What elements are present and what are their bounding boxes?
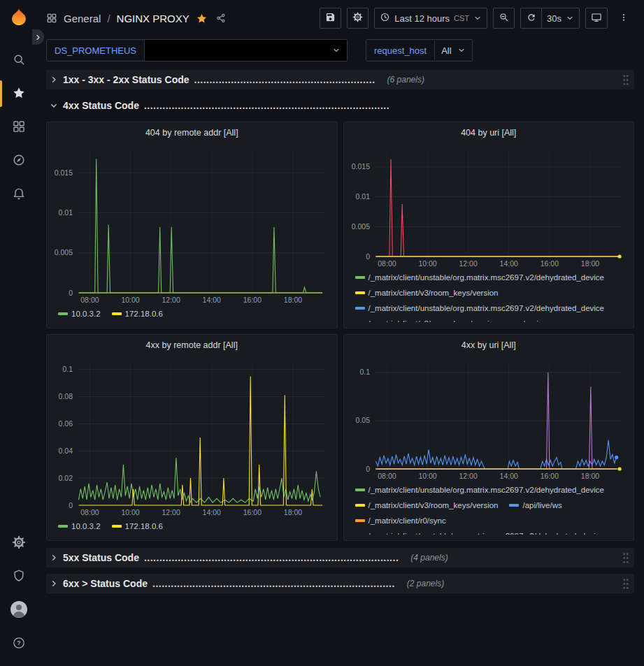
favorite-star-icon[interactable] <box>196 13 208 24</box>
chevron-down-icon <box>457 46 466 55</box>
chart-4xx-by-remote-addr[interactable]: 00.020.040.060.080.108:0010:0012:0014:00… <box>52 356 331 518</box>
row-drag-handle[interactable] <box>622 552 631 564</box>
magnifier-minus-icon <box>499 12 509 24</box>
svg-text:10:00: 10:00 <box>418 472 436 480</box>
panel-title[interactable]: 4xx by remote addr [All] <box>52 335 331 356</box>
apps-grid-icon <box>12 120 26 136</box>
chevron-right-icon <box>50 75 58 84</box>
request-host-value-select[interactable]: All <box>435 39 472 61</box>
legend-item[interactable]: /_matrix/client/unstable/org.matrix.msc2… <box>355 483 605 497</box>
legend-item[interactable]: 172.18.0.6 <box>112 307 163 321</box>
chart-legend: 10.0.3.2172.18.0.6 <box>52 305 331 322</box>
legend-item[interactable]: 172.18.0.6 <box>112 519 163 533</box>
legend-item[interactable]: 10.0.3.2 <box>58 519 101 533</box>
sidebar-item-explore[interactable] <box>0 144 38 178</box>
variables-bar: DS_PROMETHEUS request_host All <box>38 36 644 68</box>
timeseries-chart[interactable]: 00.050.108:0010:0012:0014:0016:0018:00 <box>350 356 629 482</box>
variable-ds-prometheus: DS_PROMETHEUS <box>46 39 348 61</box>
time-range-label: Last 12 hours <box>394 13 450 24</box>
timeseries-chart[interactable]: 00.0050.010.01508:0010:0012:0014:0016:00… <box>350 143 629 269</box>
row-title: 1xx - 3xx - 2xx Status Code <box>63 74 189 85</box>
row-panel-count: (2 panels) <box>407 579 444 588</box>
svg-text:16:00: 16:00 <box>243 296 262 304</box>
share-icon[interactable] <box>215 13 227 24</box>
legend-item[interactable]: /_matrix/client/v3/room_keys/version <box>355 317 499 322</box>
sidebar-item-search[interactable] <box>0 43 38 77</box>
svg-text:0: 0 <box>366 252 370 261</box>
more-options-button[interactable] <box>613 8 634 29</box>
save-dashboard-button[interactable] <box>320 8 341 29</box>
row-panel-count: (4 panels) <box>410 553 448 563</box>
legend-item[interactable]: /api/live/ws <box>509 498 561 512</box>
timeseries-chart[interactable]: 00.0050.010.01508:0010:0012:0014:0016:00… <box>52 143 331 305</box>
grafana-app: ? General / NGINX PROXY <box>0 0 644 666</box>
zoom-out-time-button[interactable] <box>493 8 515 29</box>
main: General / NGINX PROXY Last 12 hours CST <box>38 0 644 666</box>
legend-item[interactable]: /_matrix/client/v3/room_keys/version <box>355 286 499 300</box>
legend-item[interactable]: /sw.js <box>509 317 542 322</box>
chevron-right-icon <box>35 32 41 43</box>
dashboard-header: General / NGINX PROXY Last 12 hours CST <box>38 0 644 36</box>
svg-text:14:00: 14:00 <box>499 259 517 268</box>
chart-404-by-remote-addr[interactable]: 00.0050.010.01508:0010:0012:0014:0016:00… <box>52 143 331 305</box>
sidebar-item-help[interactable]: ? <box>0 627 38 660</box>
svg-text:14:00: 14:00 <box>203 508 221 516</box>
refresh-button[interactable] <box>520 8 541 29</box>
clock-icon <box>380 12 390 24</box>
row-1xx-3xx-2xx[interactable]: 1xx - 3xx - 2xx Status Code ............… <box>46 70 634 89</box>
panel-grid: 404 by remote addr [All] 00.0050.010.015… <box>46 122 634 541</box>
sidebar-item-server-admin[interactable] <box>0 560 38 593</box>
svg-text:08:00: 08:00 <box>378 472 396 480</box>
time-range-picker[interactable]: Last 12 hours CST <box>374 8 487 29</box>
star-icon <box>12 86 26 102</box>
search-icon <box>12 52 26 68</box>
svg-text:18:00: 18:00 <box>580 472 599 480</box>
svg-text:0: 0 <box>69 501 73 509</box>
row-5xx[interactable]: 5xx Status Code ........................… <box>46 548 634 567</box>
request-host-value: All <box>441 45 451 56</box>
chart-404-by-uri[interactable]: 00.0050.010.01508:0010:0012:0014:0016:00… <box>350 143 628 269</box>
chart-4xx-by-uri[interactable]: 00.050.108:0010:0012:0014:0016:0018:00 <box>350 356 628 482</box>
sidebar-item-dashboards[interactable] <box>0 110 38 144</box>
legend-item[interactable]: /_matrix/client/v3/room_keys/version <box>355 498 499 512</box>
sidebar-item-starred[interactable] <box>0 77 38 110</box>
dashboard-content: 1xx - 3xx - 2xx Status Code ............… <box>38 68 644 666</box>
legend-item[interactable]: 10.0.3.2 <box>58 307 101 321</box>
legend-item[interactable]: /_matrix/client/r0/sync <box>355 514 446 528</box>
save-icon <box>325 12 336 24</box>
panel-title[interactable]: 404 by remote addr [All] <box>52 122 331 143</box>
sidebar-item-profile[interactable] <box>0 593 38 627</box>
panel-title[interactable]: 404 by uri [All] <box>350 122 629 143</box>
svg-text:0.005: 0.005 <box>55 248 73 256</box>
panel-title[interactable]: 4xx by uri [All] <box>350 335 629 356</box>
svg-text:0.1: 0.1 <box>359 368 370 376</box>
ds-prometheus-value-select[interactable] <box>145 39 348 61</box>
legend-item[interactable]: /_matrix/client/unstable/org.matrix.msc2… <box>355 270 605 284</box>
row-title-dots: ........................................… <box>144 100 389 111</box>
gear-icon <box>12 535 26 551</box>
row-drag-handle[interactable] <box>622 578 631 590</box>
chevron-right-icon <box>50 579 58 588</box>
legend-item[interactable]: /_matrix/client/unstable/org.matrix.msc2… <box>355 529 605 535</box>
grafana-logo[interactable] <box>8 7 29 28</box>
row-4xx[interactable]: 4xx Status Code ........................… <box>46 96 634 115</box>
dashboard-settings-button[interactable] <box>347 8 368 29</box>
breadcrumb-folder[interactable]: General <box>64 13 101 24</box>
row-title-dots: ........................................… <box>194 74 375 85</box>
legend-item[interactable]: /_matrix/client/unstable/org.matrix.msc2… <box>355 301 605 315</box>
row-panel-count: (6 panels) <box>387 75 424 85</box>
shield-icon <box>12 569 26 585</box>
refresh-interval-select[interactable]: 30s <box>541 8 580 29</box>
panel-404-by-uri: 404 by uri [All] 00.0050.010.01508:0010:… <box>343 122 635 328</box>
row-6xx[interactable]: 6xx > Status Code ......................… <box>46 574 634 593</box>
sidebar-item-configuration[interactable] <box>0 526 38 560</box>
panel-4xx-by-remote-addr: 4xx by remote addr [All] 00.020.040.060.… <box>46 334 338 541</box>
sidebar-item-alerting[interactable] <box>0 178 38 211</box>
chevron-down-icon <box>332 46 341 55</box>
timeseries-chart[interactable]: 00.020.040.060.080.108:0010:0012:0014:00… <box>52 356 331 518</box>
help-icon: ? <box>12 636 26 652</box>
svg-text:14:00: 14:00 <box>203 296 221 304</box>
svg-text:10:00: 10:00 <box>418 259 436 268</box>
tv-mode-button[interactable] <box>585 8 608 29</box>
row-drag-handle[interactable] <box>622 74 631 86</box>
